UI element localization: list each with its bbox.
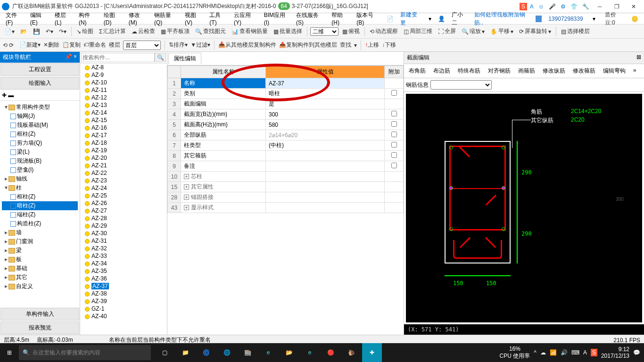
tree-item[interactable]: ▾柱 [2,183,78,192]
search-icon[interactable]: 🔍 [155,53,166,62]
move-up[interactable]: ↑上移 [365,41,379,49]
section-canvas[interactable]: 290 290 150 150 角筋 其它纵筋 2C14+2C20 2C20 3… [406,94,642,322]
list-item[interactable]: AZ-28 [80,214,167,222]
snail-icon[interactable]: 🐌 [341,343,361,362]
dynamic-view[interactable]: ⟲动态观察 [368,26,400,36]
move-down[interactable]: ↓下移 [382,41,396,49]
open-icon[interactable]: 📂 [18,27,29,36]
pan[interactable]: ✋平移▾ [488,26,515,36]
list-item[interactable]: AZ-40 [80,313,167,320]
list-item[interactable]: AZ-18 [80,139,167,147]
search-input[interactable] [81,53,155,62]
property-row[interactable]: 4截面宽(B边)(mm)300 [168,109,404,120]
menu-component[interactable]: 构件(N) [76,10,100,27]
tree-item[interactable]: 端柱(Z) [2,210,78,219]
report-preview-tab[interactable]: 报表预览 [0,321,79,334]
find-elem[interactable]: 🔍查找图元 [193,26,228,36]
tree-item[interactable]: ▸梁 [2,246,78,255]
rename-btn[interactable]: 🏷重命名 [83,41,106,49]
zoom[interactable]: 🔍缩放▾ [460,26,487,36]
new-btn[interactable]: 📄新建▾ [19,41,41,49]
task-view-icon[interactable]: ▢ [155,343,174,362]
new-file-icon[interactable]: 📄▾ [3,27,17,36]
tree-item[interactable]: 框柱(Z) [2,192,78,201]
tab-modstir[interactable]: 修改箍筋 [570,66,598,76]
start-button[interactable]: ⊞ [0,343,19,362]
menu-online[interactable]: 在线服务(S) [293,10,328,27]
menu-tool[interactable]: 工具(T) [206,10,230,27]
tab-modlong[interactable]: 修改纵筋 [540,66,568,76]
tree-item[interactable]: 暗柱(Z) [2,201,78,210]
draw-button[interactable]: ↘绘图 [74,26,95,36]
list-item[interactable]: AZ-11 [80,86,167,94]
menu-modify[interactable]: 修改(M) [126,10,150,27]
list-item[interactable]: AZ-16 [80,124,167,132]
property-tab[interactable]: 属性编辑 [168,53,201,64]
property-row[interactable]: 8其它箍筋 [168,151,404,161]
local-3d[interactable]: ◫局部三维 [402,26,434,36]
list-item[interactable]: AZ-20 [80,154,167,162]
edge-icon[interactable]: 🌐 [217,343,237,362]
list-item[interactable]: AZ-29 [80,222,167,230]
list-item[interactable]: AZ-14 [80,109,167,116]
list-item[interactable]: AZ-35 [80,267,167,275]
copy-btn[interactable]: 📋复制 [62,41,81,49]
tree-item[interactable]: 现浇板(B) [2,156,78,165]
list-item[interactable]: AZ-36 [80,275,167,282]
property-row[interactable]: 5截面高(H边)(mm)580 [168,120,404,130]
menu-bim[interactable]: BIM应用(I) [261,10,292,27]
taskbar-search[interactable]: 🔍 在这里输入你要搜索的内容 [19,345,151,360]
tabs-more-icon[interactable]: » [630,66,639,76]
list-item[interactable]: AZ-22 [80,169,167,177]
search-btn[interactable]: 查找 [340,41,351,49]
single-input-tab[interactable]: 单构件输入 [0,308,79,321]
tree-item[interactable]: 构造柱(Z) [2,219,78,228]
tree-item[interactable]: ▸板 [2,255,78,264]
floor-select[interactable]: 首层 [123,41,161,50]
tab-special[interactable]: 特殊布筋 [455,66,483,76]
rotate[interactable]: ⟳屏幕旋转▾ [517,26,553,36]
fullscreen[interactable]: ⛶全屏 [436,26,458,36]
tree-item[interactable]: ▸墙 [2,228,78,237]
clock[interactable]: 9:122017/12/13 [601,346,629,360]
redo-icon[interactable]: ↷▾ [57,27,68,36]
tab-stirrup[interactable]: 画箍筋 [515,66,538,76]
tab-corner[interactable]: 布角筋 [406,66,429,76]
tray-cloud-icon[interactable]: ☁ [540,349,546,356]
sort-btn[interactable]: ⇅排序▾ [169,41,188,49]
store-icon[interactable]: 🏬 [238,343,257,362]
property-row[interactable]: 10+芯柱 [168,172,404,182]
tree-item[interactable]: ▾常用构件类型 [2,103,78,112]
tab-edge[interactable]: 布边筋 [430,66,453,76]
list-item[interactable]: AZ-10 [80,79,167,86]
menu-version[interactable]: 版本号(B) [354,10,383,27]
menu-file[interactable]: 文件(F) [3,10,26,27]
view-2d-select[interactable]: 二维 [310,27,339,36]
menu-view[interactable]: 视图(V) [182,10,206,27]
component-list[interactable]: AZ-8AZ-9AZ-10AZ-11AZ-12AZ-13AZ-14AZ-15AZ… [80,64,167,335]
sum-button[interactable]: Σ 汇总计算 [97,26,128,36]
chrome-icon[interactable]: 🔴 [321,343,340,362]
tab-align[interactable]: 对齐钢筋 [485,66,513,76]
list-item[interactable]: AZ-23 [80,177,167,184]
top-view[interactable]: ▦俯视 [340,26,362,36]
list-item[interactable]: AZ-9 [80,71,167,79]
menu-cloud[interactable]: 云应用(Y) [231,10,260,27]
tree-item[interactable]: 梁(L) [2,148,78,156]
property-grid[interactable]: 属性名称属性值附加 1名称AZ-372类别暗柱3截面编辑是4截面宽(B边)(mm… [167,66,404,335]
menu-help[interactable]: 帮助(H) [329,10,353,27]
property-row[interactable]: 3截面编辑是 [168,99,404,109]
pin-icon[interactable]: 📌 × [65,53,77,61]
tray-ime-icon[interactable]: S [591,349,597,356]
list-item[interactable]: AZ-34 [80,260,167,267]
list-item[interactable]: AZ-32 [80,245,167,252]
delete-btn[interactable]: ✕删除 [43,41,59,49]
folder-icon[interactable]: 📁 [175,343,195,362]
property-row[interactable]: 6全部纵筋2⌀14+6⌀20 [168,130,404,140]
list-item[interactable]: AZ-8 [80,64,167,71]
property-row[interactable]: 43+显示样式 [168,203,404,213]
help-link[interactable]: 如何处理筏板附加钢筋.. [471,10,534,28]
list-item[interactable]: AZ-19 [80,147,167,154]
list-item[interactable]: AZ-17 [80,132,167,139]
list-item[interactable]: AZ-21 [80,162,167,169]
